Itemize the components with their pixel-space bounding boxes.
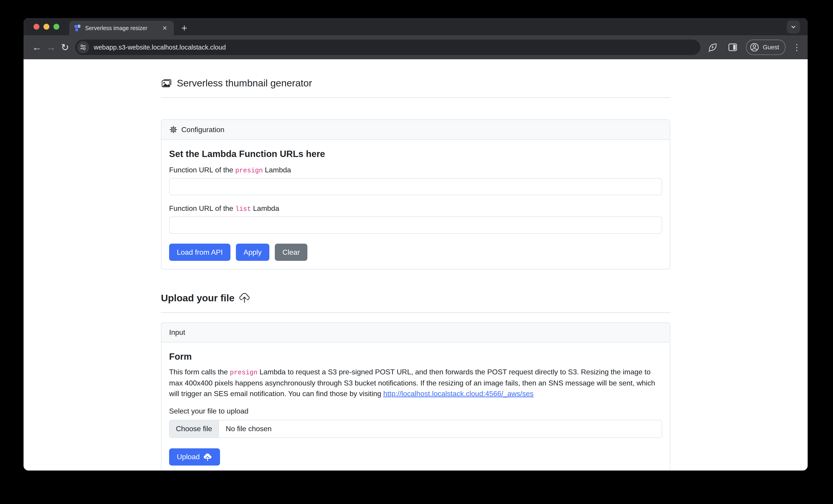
kebab-menu-icon: ⋮ bbox=[792, 43, 801, 52]
reload-button[interactable]: ↻ bbox=[58, 40, 72, 54]
presign-code: presign bbox=[235, 167, 263, 174]
forward-icon: → bbox=[46, 42, 56, 53]
tab-title: Serverless image resizer bbox=[85, 25, 160, 31]
minimize-window-button[interactable] bbox=[44, 24, 49, 30]
chevron-down-icon bbox=[790, 24, 797, 30]
upload-divider bbox=[161, 312, 670, 313]
file-input[interactable]: Choose file No file chosen bbox=[169, 420, 662, 438]
browser-tab[interactable]: Serverless image resizer ✕ bbox=[69, 21, 174, 35]
form-description: This form calls the presign Lambda to re… bbox=[169, 367, 662, 399]
side-panel-button[interactable] bbox=[726, 41, 739, 54]
input-card-header: Input bbox=[161, 323, 670, 343]
back-icon: ← bbox=[32, 42, 42, 53]
zoom-window-button[interactable] bbox=[53, 24, 59, 30]
upload-button[interactable]: Upload bbox=[169, 448, 220, 465]
gear-icon bbox=[169, 125, 178, 134]
back-button[interactable]: ← bbox=[30, 40, 44, 54]
clear-button[interactable]: Clear bbox=[275, 244, 307, 261]
presign-url-input[interactable] bbox=[169, 178, 662, 195]
close-window-button[interactable] bbox=[33, 24, 40, 30]
guest-profile-button[interactable]: Guest bbox=[746, 40, 785, 55]
input-card-title: Input bbox=[169, 328, 185, 336]
forward-button[interactable]: → bbox=[44, 40, 58, 54]
browser-menu-button[interactable]: ⋮ bbox=[792, 42, 801, 52]
site-settings-icon bbox=[79, 44, 87, 51]
upload-section-title: Upload your file bbox=[161, 293, 235, 304]
new-tab-button[interactable]: + bbox=[177, 21, 191, 35]
list-code: list bbox=[235, 205, 251, 213]
browser-window: Serverless image resizer ✕ + ← → ↻ bbox=[24, 18, 808, 471]
images-icon bbox=[161, 77, 172, 89]
presign-code-inline: presign bbox=[230, 369, 258, 376]
person-icon bbox=[749, 42, 760, 52]
ses-link[interactable]: http://localhost.localstack.cloud:4566/_… bbox=[383, 389, 533, 398]
url-text: webapp.s3-website.localhost.localstack.c… bbox=[94, 44, 226, 51]
config-heading: Set the Lambda Function URLs here bbox=[169, 149, 662, 159]
configuration-card: Configuration Set the Lambda Function UR… bbox=[161, 120, 670, 270]
favicon-icon bbox=[74, 24, 81, 32]
cloud-upload-icon bbox=[239, 292, 251, 304]
side-panel-icon bbox=[727, 42, 738, 53]
file-select-label: Select your file to upload bbox=[169, 407, 662, 415]
load-from-api-button[interactable]: Load from API bbox=[169, 244, 231, 261]
cloud-upload-fill-icon bbox=[203, 452, 212, 462]
list-url-input[interactable] bbox=[169, 217, 662, 234]
configuration-card-title: Configuration bbox=[181, 126, 224, 134]
guest-label: Guest bbox=[763, 44, 779, 51]
page-content: Serverless thumbnail generator bbox=[24, 59, 808, 471]
energy-saver-leaf-icon bbox=[707, 42, 718, 53]
form-heading: Form bbox=[169, 352, 662, 362]
tab-strip: Serverless image resizer ✕ + bbox=[24, 18, 808, 35]
site-settings-button[interactable] bbox=[77, 41, 89, 53]
list-url-label: Function URL of the list Lambda bbox=[169, 204, 662, 213]
title-divider bbox=[161, 97, 670, 98]
traffic-lights bbox=[33, 18, 59, 35]
url-bar[interactable]: webapp.s3-website.localhost.localstack.c… bbox=[75, 40, 700, 55]
file-status-text: No file chosen bbox=[219, 420, 662, 437]
apply-button[interactable]: Apply bbox=[236, 244, 269, 261]
input-card: Input Form This form calls the presign L… bbox=[161, 322, 670, 471]
tab-close-button[interactable]: ✕ bbox=[160, 24, 169, 32]
presign-url-label: Function URL of the presign Lambda bbox=[169, 166, 662, 174]
performance-button[interactable] bbox=[706, 41, 719, 54]
reload-icon: ↻ bbox=[61, 42, 69, 53]
choose-file-button[interactable]: Choose file bbox=[170, 420, 219, 437]
page-title: Serverless thumbnail generator bbox=[177, 78, 312, 89]
tab-search-button[interactable] bbox=[787, 20, 800, 33]
configuration-card-header: Configuration bbox=[161, 120, 670, 140]
plus-icon: + bbox=[181, 22, 187, 34]
close-icon: ✕ bbox=[162, 25, 167, 32]
browser-toolbar: ← → ↻ webapp.s3-website.localhost.locals… bbox=[24, 35, 808, 59]
